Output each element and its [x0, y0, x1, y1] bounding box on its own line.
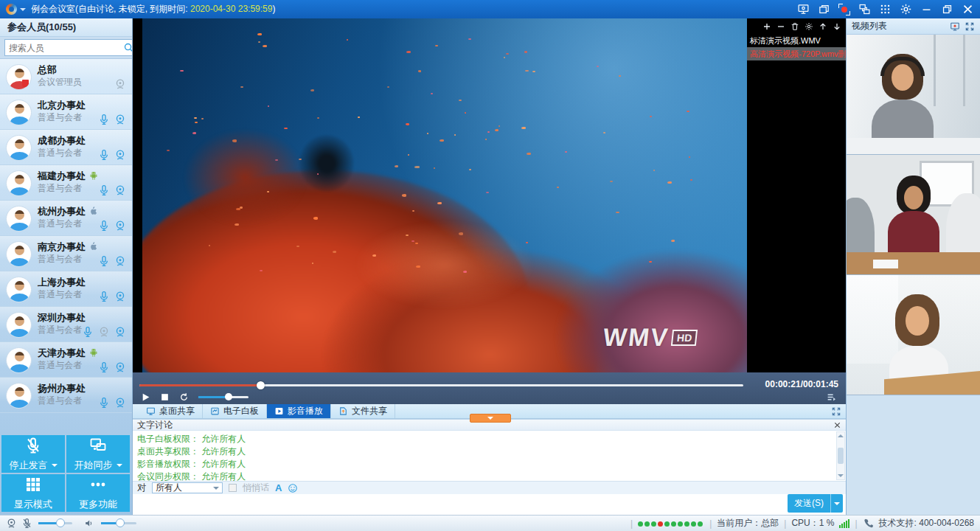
grid-button[interactable]: 显示模式 [1, 474, 65, 512]
settings-icon[interactable] [804, 22, 813, 31]
dropdown-caret-icon[interactable] [52, 464, 58, 470]
font-button[interactable]: A [275, 482, 282, 493]
screen-share-icon[interactable] [858, 3, 871, 15]
sync-screens-button[interactable]: 开始同步 [66, 435, 130, 473]
remove-icon[interactable] [776, 22, 785, 31]
dropdown-caret-icon[interactable] [117, 464, 122, 470]
search-input[interactable] [9, 43, 123, 53]
video-playback-area[interactable]: WMV HD [142, 18, 747, 372]
mic-icon[interactable] [98, 255, 110, 267]
play-button[interactable] [141, 392, 150, 402]
record-icon[interactable] [838, 4, 850, 15]
send-button[interactable]: 发送(S) [788, 494, 843, 513]
mic-volume-knob[interactable] [56, 518, 65, 527]
speaker-volume-knob[interactable] [116, 518, 125, 527]
camera-icon[interactable] [114, 220, 126, 232]
camera-icon[interactable] [114, 184, 126, 196]
mic-icon[interactable] [98, 114, 110, 125]
emoji-button[interactable] [288, 483, 298, 493]
whisper-checkbox[interactable] [229, 484, 237, 492]
participant-row[interactable]: 天津办事处普通与会者 [0, 342, 132, 378]
seek-bar[interactable] [139, 384, 743, 386]
camera-icon[interactable] [114, 397, 126, 409]
stop-button[interactable] [160, 392, 170, 402]
mic-icon[interactable] [98, 149, 110, 161]
scroll-thumb[interactable] [838, 448, 844, 464]
delete-icon[interactable] [790, 22, 799, 31]
settings-icon[interactable] [900, 3, 912, 15]
close-icon[interactable] [962, 3, 974, 15]
search-box[interactable] [4, 39, 133, 56]
participant-name: 扬州办事处 [38, 383, 86, 394]
playlist-item[interactable]: 高清演示视频-720P.wmv删除 [747, 47, 846, 60]
remote-video-thumbnail-1[interactable] [847, 35, 980, 155]
mic-icon[interactable] [98, 291, 110, 302]
screen-broadcast-icon[interactable] [797, 3, 810, 15]
tab-电子白板[interactable]: 电子白板 [203, 404, 267, 418]
mic-icon[interactable] [98, 361, 110, 373]
camera-off-icon[interactable] [114, 78, 126, 90]
speaker-icon[interactable] [84, 518, 95, 529]
seek-handle[interactable] [257, 381, 265, 389]
scroll-up-icon[interactable] [838, 431, 844, 437]
recipient-select[interactable]: 所有人 [152, 482, 223, 493]
ellipsis-button[interactable]: 更多功能 [66, 474, 130, 512]
volume-handle[interactable] [225, 393, 232, 400]
app-menu-chevron-icon[interactable] [20, 8, 26, 14]
search-icon[interactable] [123, 42, 133, 53]
send-options-chevron[interactable] [830, 494, 843, 513]
participant-row[interactable]: 福建办事处普通与会者 [0, 165, 132, 201]
camera-icon[interactable] [114, 149, 126, 161]
status-dot-green [644, 521, 650, 527]
panel-expand-icon[interactable] [965, 21, 975, 32]
participant-row[interactable]: 南京办事处普通与会者 [0, 236, 132, 271]
participant-row[interactable]: 北京办事处普通与会者 [0, 94, 132, 130]
participant-row[interactable]: 杭州办事处普通与会者 [0, 201, 132, 236]
camera-icon[interactable] [114, 255, 126, 267]
video-wall-icon[interactable] [950, 21, 960, 32]
tab-文件共享[interactable]: 文件共享 [331, 404, 395, 418]
camera-status-icon[interactable] [6, 518, 17, 529]
maximize-icon[interactable] [941, 3, 953, 15]
move-up-icon[interactable] [819, 22, 827, 31]
add-icon[interactable] [762, 22, 771, 31]
camera-icon[interactable] [114, 326, 126, 338]
camera-icon[interactable] [114, 114, 126, 125]
tab-影音播放[interactable]: 影音播放 [267, 404, 331, 418]
move-down-icon[interactable] [833, 22, 841, 31]
playlist-toggle-icon[interactable] [826, 392, 837, 402]
camera-off-icon[interactable] [98, 326, 110, 338]
mic-icon[interactable] [98, 220, 110, 232]
remote-video-thumbnail-3[interactable] [847, 275, 980, 395]
mic-icon[interactable] [98, 184, 110, 196]
participant-row[interactable]: 成都办事处普通与会者 [0, 130, 132, 165]
window-mode-icon[interactable] [818, 3, 830, 15]
mic-off-button[interactable]: 停止发言 [1, 435, 65, 473]
mic-icon[interactable] [98, 397, 110, 409]
chat-scrollbar[interactable] [836, 431, 845, 480]
delete-item-link[interactable]: 删除 [838, 47, 846, 60]
chat-collapse-handle[interactable] [470, 414, 511, 423]
mic-volume-slider[interactable] [38, 522, 72, 524]
camera-icon[interactable] [114, 291, 126, 302]
replay-button[interactable] [179, 392, 189, 402]
participant-row[interactable]: 上海办事处普通与会者 [0, 271, 132, 307]
mic-muted-icon[interactable] [21, 518, 32, 529]
speaker-volume-slider[interactable] [101, 522, 136, 524]
participant-row[interactable]: 扬州办事处普通与会者 [0, 378, 132, 413]
participant-row[interactable]: 深圳办事处普通与会者 [0, 307, 132, 342]
participant-info: 扬州办事处普通与会者 [38, 382, 128, 412]
volume-slider[interactable] [198, 396, 249, 398]
tab-桌面共享[interactable]: 桌面共享 [139, 404, 203, 418]
chat-close-icon[interactable] [833, 421, 841, 429]
participant-row[interactable]: 总部会议管理员 [0, 59, 132, 94]
minimize-icon[interactable] [920, 3, 933, 15]
remote-video-thumbnail-2[interactable] [847, 155, 980, 275]
scroll-down-icon[interactable] [838, 474, 844, 480]
mic-icon[interactable] [82, 326, 94, 338]
camera-icon[interactable] [114, 361, 126, 373]
playlist-item[interactable]: 标清演示视频.WMV [747, 34, 846, 47]
display-grid-icon[interactable] [879, 3, 892, 15]
message-input[interactable] [133, 494, 846, 515]
expand-icon[interactable] [831, 406, 841, 417]
